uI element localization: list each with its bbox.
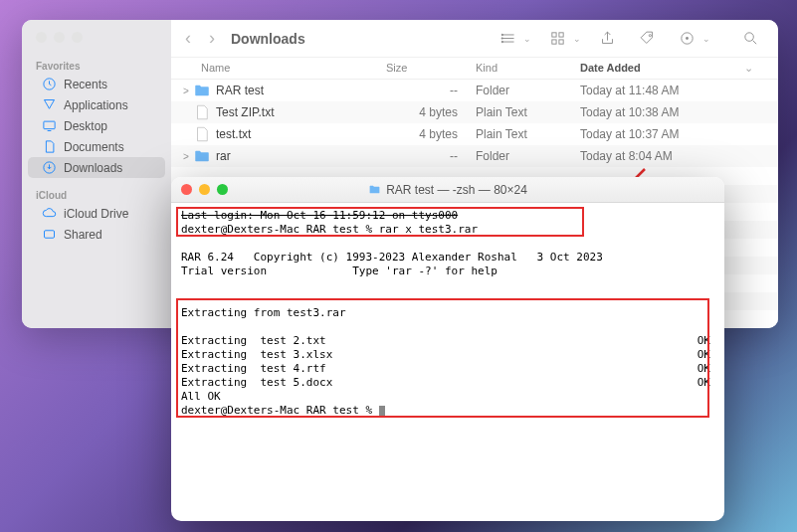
sidebar-section-icloud: iCloud (22, 186, 171, 203)
sort-chevron-icon[interactable]: ⌄ (744, 62, 760, 75)
doc-icon (42, 139, 57, 154)
download-icon (42, 160, 57, 175)
file-size: 4 bytes (386, 105, 476, 119)
file-size: 4 bytes (386, 127, 476, 141)
share-button[interactable] (593, 28, 621, 50)
extract-line: Extracting test 5.docx (181, 376, 332, 389)
sidebar-item-shared[interactable]: Shared (28, 224, 165, 245)
zoom-dot[interactable] (72, 32, 83, 43)
extracting-from-line: Extracting from test3.rar (181, 306, 346, 319)
sidebar-item-documents[interactable]: Documents (28, 136, 165, 157)
sidebar-label: Downloads (64, 161, 122, 175)
disclosure-icon[interactable]: > (179, 151, 193, 162)
folder-icon (368, 183, 381, 196)
command-line: dexter@Dexters-Mac RAR test % rar x test… (181, 223, 478, 236)
action-button[interactable] (673, 28, 700, 50)
chevron-down-icon[interactable]: ⌄ (573, 34, 581, 44)
sidebar-item-recents[interactable]: Recents (28, 74, 165, 94)
window-title: Downloads (231, 31, 305, 47)
extract-line: Extracting test 3.xlsx (181, 348, 332, 361)
file-date: Today at 10:38 AM (580, 105, 744, 119)
finder-toolbar: ‹ › Downloads ⌄ ⌄ ⌄ (171, 20, 778, 58)
file-date: Today at 11:48 AM (580, 84, 744, 97)
forward-button[interactable]: › (209, 28, 215, 49)
sidebar-item-desktop[interactable]: Desktop (28, 115, 165, 136)
ok-status: OK (697, 334, 710, 348)
sidebar-label: Recents (64, 78, 107, 91)
sidebar-label: Shared (64, 228, 102, 242)
disclosure-icon[interactable]: > (179, 86, 193, 96)
sidebar-item-icloud-drive[interactable]: iCloud Drive (28, 203, 165, 224)
file-name: test.txt (216, 127, 386, 141)
file-kind: Folder (476, 84, 580, 97)
svg-rect-8 (558, 33, 562, 37)
col-name[interactable]: Name (201, 62, 386, 75)
file-name: rar (216, 149, 386, 163)
col-kind[interactable]: Kind (476, 62, 580, 75)
file-kind: Folder (476, 149, 580, 163)
clock-icon (42, 77, 57, 91)
terminal-output[interactable]: Last login: Mon Oct 16 11:59:12 on ttys0… (171, 203, 724, 521)
chevron-down-icon[interactable]: ⌄ (702, 34, 710, 44)
extract-line: Extracting test 2.txt (181, 334, 326, 347)
terminal-titlebar[interactable]: RAR test — -zsh — 80×24 (171, 177, 724, 203)
svg-point-5 (501, 38, 502, 39)
sidebar-label: iCloud Drive (64, 207, 128, 221)
svg-rect-10 (558, 40, 562, 44)
svg-point-12 (686, 37, 689, 40)
file-size: -- (386, 149, 476, 163)
finder-sidebar: Favorites Recents Applications Desktop D… (22, 20, 171, 328)
svg-point-6 (501, 41, 502, 42)
sidebar-label: Desktop (64, 119, 107, 133)
cursor (379, 406, 385, 417)
column-headers[interactable]: Name Size Kind Date Added ⌄ (171, 58, 778, 80)
window-controls[interactable] (22, 32, 171, 57)
extract-line: Extracting test 4.rtf (181, 362, 326, 375)
sidebar-item-downloads[interactable]: Downloads (28, 157, 165, 178)
desktop-icon (42, 118, 57, 133)
rar-version-line: RAR 6.24 Copyright (c) 1993-2023 Alexand… (181, 251, 603, 264)
svg-point-14 (744, 33, 753, 42)
terminal-window: RAR test — -zsh — 80×24 Last login: Mon … (171, 177, 724, 521)
col-size[interactable]: Size (386, 62, 476, 75)
ok-status: OK (697, 376, 710, 390)
file-row[interactable]: test.txt 4 bytes Plain Text Today at 10:… (171, 123, 778, 145)
file-row[interactable]: > rar -- Folder Today at 8:04 AM (171, 145, 778, 167)
file-kind: Plain Text (476, 105, 580, 119)
svg-rect-1 (44, 121, 55, 129)
prompt-line: dexter@Dexters-Mac RAR test % (181, 404, 379, 417)
file-row[interactable]: > RAR test -- Folder Today at 11:48 AM (171, 80, 778, 101)
tag-button[interactable] (633, 28, 661, 50)
svg-point-11 (649, 35, 651, 37)
view-list-button[interactable] (494, 28, 521, 50)
txt-icon (193, 125, 211, 143)
folder-icon (193, 147, 211, 165)
txt-icon (193, 103, 211, 121)
file-row[interactable]: Test ZIP.txt 4 bytes Plain Text Today at… (171, 101, 778, 123)
last-login-line: Last login: Mon Oct 16 11:59:12 on ttys0… (181, 209, 458, 222)
rar-trial-line: Trial version Type 'rar -?' for help (181, 265, 498, 277)
apps-icon (42, 97, 57, 112)
file-size: -- (386, 84, 476, 97)
file-name: Test ZIP.txt (216, 105, 386, 119)
ok-status: OK (697, 362, 710, 376)
shared-icon (42, 227, 57, 242)
svg-rect-7 (551, 33, 555, 37)
group-button[interactable] (543, 28, 571, 50)
svg-rect-9 (551, 40, 555, 44)
sidebar-item-applications[interactable]: Applications (28, 94, 165, 115)
minimize-dot[interactable] (54, 32, 65, 43)
chevron-down-icon[interactable]: ⌄ (523, 34, 531, 44)
back-button[interactable]: ‹ (185, 28, 191, 49)
close-dot[interactable] (36, 32, 47, 43)
sidebar-label: Applications (64, 98, 128, 112)
all-ok-line: All OK (181, 390, 221, 403)
svg-rect-3 (45, 231, 55, 239)
svg-point-4 (501, 34, 502, 35)
folder-icon (193, 82, 211, 99)
sidebar-section-favorites: Favorites (22, 57, 171, 74)
sidebar-label: Documents (64, 140, 124, 154)
search-button[interactable] (736, 28, 764, 50)
col-date[interactable]: Date Added (580, 62, 744, 75)
cloud-icon (42, 206, 57, 221)
